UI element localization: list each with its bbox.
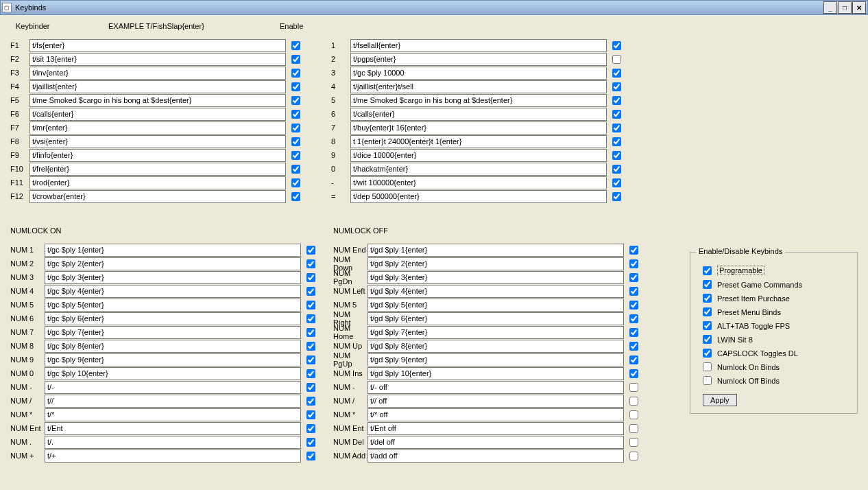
numlock-off-enable-checkbox[interactable] bbox=[629, 259, 638, 268]
fkey-enable-checkbox[interactable] bbox=[291, 69, 300, 78]
groupbox-checkbox[interactable] bbox=[703, 321, 712, 330]
fkey-enable-checkbox[interactable] bbox=[291, 124, 300, 132]
fkey-command-input[interactable] bbox=[29, 94, 286, 107]
groupbox-checkbox[interactable] bbox=[703, 294, 712, 303]
numrow-enable-checkbox[interactable] bbox=[612, 96, 621, 105]
fkey-command-input[interactable] bbox=[29, 190, 286, 203]
numlock-on-enable-checkbox[interactable] bbox=[306, 314, 315, 323]
close-button[interactable]: ✕ bbox=[852, 1, 866, 14]
numlock-on-command-input[interactable] bbox=[45, 353, 301, 366]
numlock-off-command-input[interactable] bbox=[367, 395, 624, 408]
fkey-command-input[interactable] bbox=[29, 108, 286, 121]
numlock-on-enable-checkbox[interactable] bbox=[306, 342, 315, 351]
fkey-command-input[interactable] bbox=[29, 67, 286, 80]
numrow-enable-checkbox[interactable] bbox=[612, 110, 621, 119]
numlock-on-command-input[interactable] bbox=[45, 312, 301, 325]
fkey-enable-checkbox[interactable] bbox=[291, 55, 300, 64]
numrow-enable-checkbox[interactable] bbox=[612, 192, 621, 201]
maximize-button[interactable]: □ bbox=[838, 1, 852, 14]
numlock-on-enable-checkbox[interactable] bbox=[306, 259, 315, 268]
fkey-command-input[interactable] bbox=[29, 149, 286, 162]
numrow-enable-checkbox[interactable] bbox=[612, 69, 621, 78]
numrow-command-input[interactable] bbox=[350, 53, 607, 66]
numlock-on-command-input[interactable] bbox=[45, 408, 301, 421]
fkey-enable-checkbox[interactable] bbox=[291, 137, 300, 146]
numlock-off-command-input[interactable] bbox=[367, 367, 624, 380]
numlock-off-command-input[interactable] bbox=[367, 312, 624, 325]
groupbox-checkbox[interactable] bbox=[703, 376, 712, 385]
numlock-on-enable-checkbox[interactable] bbox=[306, 301, 315, 310]
numlock-on-enable-checkbox[interactable] bbox=[306, 397, 315, 406]
numlock-off-command-input[interactable] bbox=[367, 271, 624, 284]
numlock-off-enable-checkbox[interactable] bbox=[629, 438, 638, 447]
numlock-on-command-input[interactable] bbox=[45, 381, 301, 394]
fkey-command-input[interactable] bbox=[29, 176, 286, 189]
groupbox-checkbox[interactable] bbox=[703, 307, 712, 316]
fkey-command-input[interactable] bbox=[29, 53, 286, 66]
numrow-command-input[interactable] bbox=[350, 108, 607, 121]
numrow-enable-checkbox[interactable] bbox=[612, 151, 621, 160]
numrow-enable-checkbox[interactable] bbox=[612, 165, 621, 174]
fkey-command-input[interactable] bbox=[29, 80, 286, 93]
numrow-command-input[interactable] bbox=[350, 80, 607, 93]
numlock-off-enable-checkbox[interactable] bbox=[629, 383, 638, 392]
groupbox-checkbox[interactable] bbox=[703, 349, 712, 358]
groupbox-checkbox[interactable] bbox=[703, 280, 712, 289]
numrow-command-input[interactable] bbox=[350, 149, 607, 162]
fkey-enable-checkbox[interactable] bbox=[291, 110, 300, 119]
fkey-enable-checkbox[interactable] bbox=[291, 41, 300, 50]
groupbox-checkbox[interactable] bbox=[703, 335, 712, 344]
numlock-off-enable-checkbox[interactable] bbox=[629, 397, 638, 406]
numlock-on-command-input[interactable] bbox=[45, 340, 301, 353]
numlock-on-enable-checkbox[interactable] bbox=[306, 410, 315, 419]
fkey-command-input[interactable] bbox=[29, 39, 286, 52]
numlock-off-command-input[interactable] bbox=[367, 353, 624, 366]
fkey-command-input[interactable] bbox=[29, 163, 286, 176]
minimize-button[interactable]: _ bbox=[823, 1, 837, 14]
groupbox-checkbox[interactable] bbox=[703, 362, 712, 371]
fkey-enable-checkbox[interactable] bbox=[291, 165, 300, 174]
numlock-on-enable-checkbox[interactable] bbox=[306, 246, 315, 255]
numlock-on-command-input[interactable] bbox=[45, 422, 301, 435]
numlock-off-enable-checkbox[interactable] bbox=[629, 355, 638, 364]
numrow-command-input[interactable] bbox=[350, 190, 607, 203]
numlock-off-enable-checkbox[interactable] bbox=[629, 301, 638, 310]
numrow-command-input[interactable] bbox=[350, 39, 607, 52]
numlock-on-command-input[interactable] bbox=[45, 299, 301, 312]
apply-button[interactable]: Apply bbox=[703, 394, 737, 406]
numlock-off-command-input[interactable] bbox=[367, 381, 624, 394]
numrow-command-input[interactable] bbox=[350, 176, 607, 189]
numlock-off-enable-checkbox[interactable] bbox=[629, 287, 638, 296]
numlock-off-command-input[interactable] bbox=[367, 408, 624, 421]
numrow-enable-checkbox[interactable] bbox=[612, 55, 621, 64]
numrow-enable-checkbox[interactable] bbox=[612, 137, 621, 146]
numlock-off-enable-checkbox[interactable] bbox=[629, 424, 638, 433]
numlock-off-command-input[interactable] bbox=[367, 299, 624, 312]
numlock-off-command-input[interactable] bbox=[367, 422, 624, 435]
numlock-off-enable-checkbox[interactable] bbox=[629, 246, 638, 255]
numlock-on-enable-checkbox[interactable] bbox=[306, 273, 315, 282]
numlock-off-enable-checkbox[interactable] bbox=[629, 452, 638, 460]
numlock-on-enable-checkbox[interactable] bbox=[306, 424, 315, 433]
fkey-enable-checkbox[interactable] bbox=[291, 96, 300, 105]
numlock-on-command-input[interactable] bbox=[45, 395, 301, 408]
numrow-enable-checkbox[interactable] bbox=[612, 124, 621, 132]
numlock-off-enable-checkbox[interactable] bbox=[629, 342, 638, 351]
fkey-enable-checkbox[interactable] bbox=[291, 192, 300, 201]
numlock-off-command-input[interactable] bbox=[367, 285, 624, 298]
numlock-off-enable-checkbox[interactable] bbox=[629, 273, 638, 282]
numlock-on-command-input[interactable] bbox=[45, 436, 301, 449]
numlock-on-enable-checkbox[interactable] bbox=[306, 328, 315, 337]
numlock-on-enable-checkbox[interactable] bbox=[306, 287, 315, 296]
numlock-on-enable-checkbox[interactable] bbox=[306, 383, 315, 392]
numlock-off-command-input[interactable] bbox=[367, 244, 624, 257]
numlock-on-command-input[interactable] bbox=[45, 367, 301, 380]
numlock-on-command-input[interactable] bbox=[45, 257, 301, 270]
numlock-off-command-input[interactable] bbox=[367, 257, 624, 270]
fkey-enable-checkbox[interactable] bbox=[291, 82, 300, 91]
numlock-on-enable-checkbox[interactable] bbox=[306, 438, 315, 447]
numlock-on-command-input[interactable] bbox=[45, 326, 301, 339]
fkey-command-input[interactable] bbox=[29, 121, 286, 135]
numlock-on-command-input[interactable] bbox=[45, 450, 301, 463]
numlock-off-command-input[interactable] bbox=[367, 450, 624, 463]
